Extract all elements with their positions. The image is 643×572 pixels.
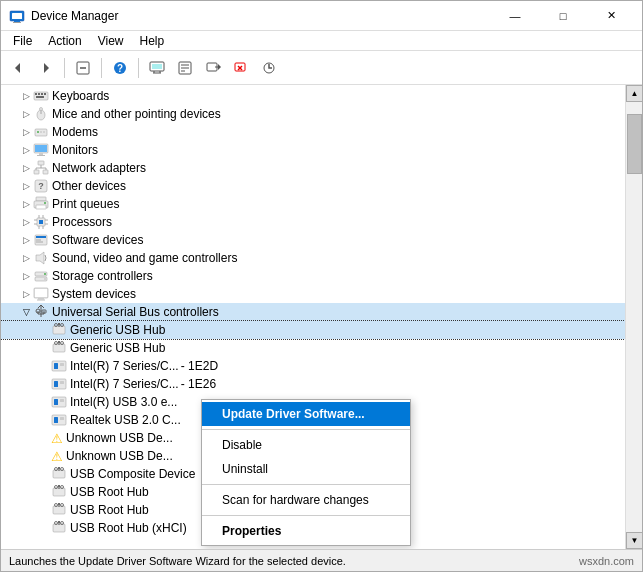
warn-icon: ⚠ (51, 450, 63, 463)
network-icon (33, 160, 49, 176)
expand-icon: ▷ (19, 251, 33, 265)
svg-rect-44 (34, 170, 39, 174)
tree-item-generic-usb-1[interactable]: Generic USB Hub (1, 321, 625, 339)
svg-rect-113 (53, 506, 65, 514)
usb-ctrl-icon (51, 412, 67, 428)
processor-icon (33, 214, 49, 230)
tree-item-processors[interactable]: ▷ Processors (1, 213, 625, 231)
usb-ctrl-icon (51, 376, 67, 392)
svg-rect-101 (60, 399, 64, 402)
svg-rect-104 (60, 417, 64, 420)
expand-icon: ▷ (19, 161, 33, 175)
svg-rect-105 (53, 470, 65, 478)
svg-rect-89 (53, 344, 65, 352)
expand-icon: ▷ (19, 197, 33, 211)
svg-rect-43 (38, 161, 44, 165)
tree-item-intel-usb-1[interactable]: Intel(R) 7 Series/C... - 1E2D (1, 357, 625, 375)
collapse-button[interactable] (70, 55, 96, 81)
tree-item-label: Network adapters (52, 161, 146, 175)
forward-button[interactable] (33, 55, 59, 81)
tree-item-system[interactable]: ▷ System devices (1, 285, 625, 303)
maximize-button[interactable]: □ (540, 1, 586, 31)
svg-point-73 (44, 273, 46, 275)
main-content: ▷ Keyboards ▷ Mice (1, 85, 642, 549)
app-icon (9, 8, 25, 24)
svg-rect-41 (39, 153, 43, 155)
device-tree[interactable]: ▷ Keyboards ▷ Mice (1, 85, 625, 549)
usb-hub-icon (51, 520, 67, 536)
tree-item-label: Unknown USB De... (66, 449, 173, 463)
usb-icon (33, 304, 49, 320)
uninstall-button[interactable] (228, 55, 254, 81)
context-menu-properties[interactable]: Properties (202, 519, 410, 543)
svg-rect-2 (14, 21, 20, 22)
back-button[interactable] (5, 55, 31, 81)
svg-rect-94 (54, 363, 58, 369)
titlebar-left: Device Manager (9, 8, 118, 24)
printer-icon (33, 196, 49, 212)
menu-view[interactable]: View (90, 32, 132, 50)
tree-item-label: Keyboards (52, 89, 109, 103)
context-menu-update-driver[interactable]: Update Driver Software... (202, 402, 410, 426)
svg-rect-54 (36, 205, 46, 209)
tree-item-mice[interactable]: ▷ Mice and other pointing devices (1, 105, 625, 123)
other-icon: ? (33, 178, 49, 194)
expand-icon (37, 503, 51, 517)
menu-help[interactable]: Help (132, 32, 173, 50)
expand-icon: ▽ (19, 305, 33, 319)
svg-rect-78 (37, 300, 45, 301)
svg-rect-98 (60, 381, 64, 384)
menu-action[interactable]: Action (40, 32, 89, 50)
properties-button[interactable] (172, 55, 198, 81)
tree-item-generic-usb-2[interactable]: Generic USB Hub (1, 339, 625, 357)
scan-changes-button[interactable] (256, 55, 282, 81)
tree-item-usb-controllers[interactable]: ▽ Universal Serial Bus controllers (1, 303, 625, 321)
toolbar: ? (1, 51, 642, 85)
update-driver-button[interactable] (200, 55, 226, 81)
svg-point-74 (44, 278, 46, 280)
scrollbar[interactable]: ▲ ▼ (625, 85, 642, 549)
titlebar: Device Manager — □ ✕ (1, 1, 642, 31)
tree-item-sound[interactable]: ▷ Sound, video and game controllers (1, 249, 625, 267)
tree-item-software[interactable]: ▷ Software devices (1, 231, 625, 249)
help-button[interactable]: ? (107, 55, 133, 81)
tree-item-label: Intel(R) 7 Series/C... (70, 359, 179, 373)
scroll-thumb[interactable] (627, 114, 642, 174)
minimize-button[interactable]: — (492, 1, 538, 31)
scroll-down-button[interactable]: ▼ (626, 532, 642, 549)
tree-item-network[interactable]: ▷ Network adapters (1, 159, 625, 177)
computer-button[interactable] (144, 55, 170, 81)
expand-icon: ▷ (19, 107, 33, 121)
status-right: wsxdn.com (579, 555, 634, 567)
usb-hub-icon (51, 340, 67, 356)
svg-text:?: ? (117, 63, 123, 74)
svg-rect-117 (53, 524, 65, 532)
context-menu: Update Driver Software... Disable Uninst… (201, 399, 411, 546)
mouse-icon (33, 106, 49, 122)
svg-rect-77 (38, 298, 44, 300)
tree-item-label: USB Composite Device (70, 467, 195, 481)
svg-point-111 (58, 485, 60, 487)
menu-file[interactable]: File (5, 32, 40, 50)
svg-rect-76 (35, 289, 47, 297)
tree-item-monitors[interactable]: ▷ Monitors (1, 141, 625, 159)
scroll-up-button[interactable]: ▲ (626, 85, 642, 102)
tree-item-storage[interactable]: ▷ Storage controllers (1, 267, 625, 285)
tree-item-intel-usb-2[interactable]: Intel(R) 7 Series/C... - 1E26 (1, 375, 625, 393)
tree-item-keyboards[interactable]: ▷ Keyboards (1, 87, 625, 105)
tree-item-label: USB Root Hub (70, 503, 149, 517)
tree-item-label: Universal Serial Bus controllers (52, 305, 219, 319)
close-button[interactable]: ✕ (588, 1, 634, 31)
context-menu-disable[interactable]: Disable (202, 433, 410, 457)
usb-hub-icon (51, 484, 67, 500)
context-menu-uninstall[interactable]: Uninstall (202, 457, 410, 481)
tree-item-label: Generic USB Hub (70, 323, 165, 337)
svg-rect-57 (39, 220, 43, 224)
tree-item-print[interactable]: ▷ Print queues (1, 195, 625, 213)
tree-item-suffix: - 1E2D (181, 359, 218, 373)
expand-icon (37, 485, 51, 499)
tree-item-other[interactable]: ▷ ? Other devices (1, 177, 625, 195)
tree-item-modems[interactable]: ▷ Modems (1, 123, 625, 141)
expand-icon: ▷ (19, 143, 33, 157)
context-menu-scan[interactable]: Scan for hardware changes (202, 488, 410, 512)
